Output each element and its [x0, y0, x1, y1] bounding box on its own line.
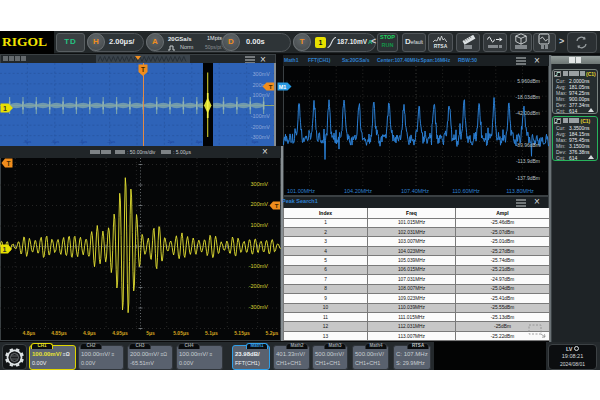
svg-text:T: T — [275, 203, 279, 209]
svg-text:1: 1 — [3, 246, 7, 253]
svg-text:T: T — [269, 84, 273, 90]
svg-text:T: T — [7, 160, 11, 167]
svg-text:M1: M1 — [279, 84, 287, 90]
svg-text:1: 1 — [3, 105, 7, 112]
svg-text:T: T — [141, 66, 145, 73]
